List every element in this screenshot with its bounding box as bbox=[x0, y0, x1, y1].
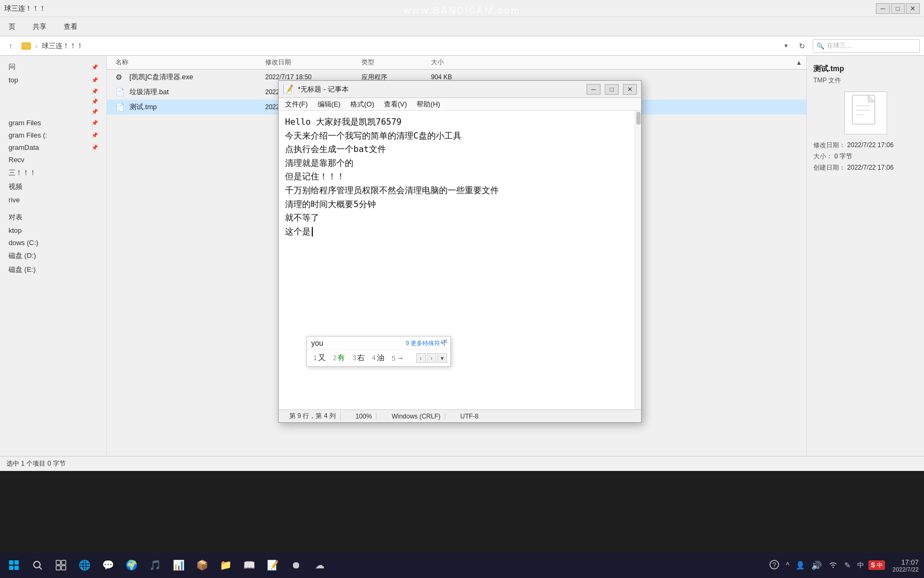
col-header-date[interactable]: 修改日期 bbox=[265, 58, 361, 67]
lang-icon: 中 bbox=[857, 561, 864, 569]
notepad-menu-view[interactable]: 查看(V) bbox=[380, 98, 411, 110]
notepad-maximize-btn[interactable]: □ bbox=[605, 84, 619, 95]
sidebar-item-recv[interactable]: Recv bbox=[0, 154, 106, 166]
sidebar-item-balls[interactable]: 三！！！ bbox=[0, 166, 106, 180]
notepad-title: *无标题 - 记事本 bbox=[298, 85, 582, 94]
ime-dropdown-btn[interactable]: ▼ bbox=[437, 353, 447, 363]
taskbar-app-notepad[interactable]: 📝 bbox=[261, 553, 284, 577]
ime-prev-btn[interactable]: ‹ bbox=[416, 353, 426, 363]
sidebar-item-gramdata[interactable]: gramData 📌 bbox=[0, 141, 106, 154]
refresh-btn[interactable]: ↻ bbox=[796, 40, 808, 52]
explorer-minimize-btn[interactable]: ─ bbox=[876, 3, 890, 14]
sidebar-item-table[interactable]: 对表 bbox=[0, 210, 106, 224]
ime-pen-icon: ✎ bbox=[844, 561, 851, 569]
tray-speaker-btn[interactable]: 🔊 bbox=[809, 559, 824, 572]
address-dropdown-btn[interactable]: ▼ bbox=[781, 41, 791, 51]
sidebar-item-e[interactable]: 磁盘 (E:) bbox=[0, 263, 106, 277]
sidebar-item-0[interactable]: 问 📌 bbox=[0, 60, 106, 74]
chrome-icon: 🌍 bbox=[126, 559, 137, 571]
ppt-icon: 📊 bbox=[173, 559, 184, 571]
taskbar-app-edge[interactable]: 🌐 bbox=[73, 553, 96, 577]
collapse-arrow[interactable]: ▲ bbox=[796, 56, 802, 70]
svg-point-8 bbox=[34, 561, 40, 568]
taskbar-app-chrome[interactable]: 🌍 bbox=[120, 553, 143, 577]
notepad-content[interactable]: Hello 大家好我是凯凯76579 今天来介绍一个我写的简单的清理C盘的小工具… bbox=[279, 111, 641, 409]
notepad-menu-file[interactable]: 文件(F) bbox=[281, 98, 312, 110]
notepad-close-btn[interactable]: ✕ bbox=[623, 84, 637, 95]
text-line-6: 清理的时间大概要5分钟 bbox=[285, 197, 628, 211]
ime-candidate-3[interactable]: 4油 bbox=[369, 352, 388, 364]
taskbar-app-ppt[interactable]: 📊 bbox=[167, 553, 190, 577]
taskbar-app-reader[interactable]: 📖 bbox=[237, 553, 261, 577]
ime-candidate-0[interactable]: 1又 bbox=[310, 352, 329, 364]
col-header-name[interactable]: 名称 bbox=[116, 58, 265, 67]
tray-ime-icon[interactable]: ✎ bbox=[842, 560, 853, 571]
search-taskbar-btn[interactable] bbox=[26, 553, 49, 577]
explorer-icon: 📁 bbox=[220, 559, 232, 571]
notepad-minimize-btn[interactable]: ─ bbox=[587, 84, 600, 95]
wifi-icon bbox=[828, 560, 838, 569]
col-header-type[interactable]: 类型 bbox=[361, 58, 431, 67]
taskbar-app-cloud[interactable]: ☁ bbox=[308, 553, 332, 577]
sidebar-item-gramfiles[interactable]: gram Files 📌 bbox=[0, 117, 106, 129]
sidebar-item-top[interactable]: top 📌 bbox=[0, 74, 106, 86]
ime-input-row: you 9 更多特殊符号 ✕ bbox=[307, 337, 450, 350]
start-btn[interactable] bbox=[2, 553, 26, 577]
explorer-titlebar: 球三连！！！ ─ □ ✕ bbox=[0, 0, 924, 17]
svg-text:?: ? bbox=[773, 561, 776, 569]
sidebar-item-2[interactable]: 📌 bbox=[0, 86, 106, 96]
sidebar-label-e: 磁盘 (E:) bbox=[9, 265, 36, 275]
ime-close-btn[interactable]: ✕ bbox=[443, 338, 448, 345]
wechat-icon: 💬 bbox=[102, 559, 114, 571]
col-header-size[interactable]: 大小 bbox=[431, 58, 484, 67]
sidebar-item-c[interactable]: dows (C:) bbox=[0, 237, 106, 249]
ime-candidate-text-2: 右 bbox=[357, 353, 365, 362]
notepad-menu-edit[interactable]: 编辑(E) bbox=[313, 98, 345, 110]
taskbar-app-box[interactable]: 📦 bbox=[190, 553, 214, 577]
sidebar-item-ktop[interactable]: ktop bbox=[0, 224, 106, 237]
sidebar-item-drive[interactable]: rive bbox=[0, 194, 106, 206]
notepad-menu-help[interactable]: 帮助(H) bbox=[412, 98, 444, 110]
search-box[interactable]: 🔍 在球三... bbox=[813, 39, 920, 53]
ime-candidate-4[interactable]: 5→ bbox=[389, 353, 407, 363]
explorer-maximize-btn[interactable]: □ bbox=[891, 3, 905, 14]
ime-candidate-2[interactable]: 3右 bbox=[349, 352, 368, 364]
tray-user-icon[interactable]: 👤 bbox=[794, 560, 807, 571]
navigate-up-btn[interactable]: ↑ bbox=[4, 40, 17, 52]
sidebar-item-gramfiles2[interactable]: gram Files (: 📌 bbox=[0, 129, 106, 141]
taskbar-app-wechat[interactable]: 💬 bbox=[96, 553, 120, 577]
taskbar-app-explorer[interactable]: 📁 bbox=[214, 553, 237, 577]
ime-candidate-num-0: 1 bbox=[313, 354, 317, 362]
ime-more-label[interactable]: 9 更多特殊符号 bbox=[406, 339, 446, 347]
tray-sougou-btn[interactable]: S 中 bbox=[868, 560, 885, 570]
scroll-thumb[interactable] bbox=[636, 112, 641, 125]
sidebar-item-3[interactable]: 📌 bbox=[0, 96, 106, 107]
ime-next-btn[interactable]: › bbox=[427, 353, 436, 363]
sidebar-item-5[interactable] bbox=[0, 206, 106, 210]
ribbon-item-page[interactable]: 页 bbox=[5, 20, 19, 34]
tray-wifi-btn[interactable] bbox=[826, 559, 840, 572]
scrollbar-vertical[interactable] bbox=[635, 111, 641, 409]
ribbon-item-view[interactable]: 查看 bbox=[60, 20, 81, 34]
ribbon-item-share[interactable]: 共享 bbox=[29, 20, 50, 34]
tray-lang-btn[interactable]: 中 bbox=[855, 559, 866, 571]
explorer-close-btn[interactable]: ✕ bbox=[906, 3, 920, 14]
sidebar-item-d[interactable]: 磁盘 (D:) bbox=[0, 249, 106, 263]
file-name-2: 📄 测试.tmp bbox=[116, 102, 265, 112]
tray-chevron-btn[interactable]: ^ bbox=[784, 560, 792, 571]
sidebar-item-4[interactable]: 📌 bbox=[0, 107, 106, 117]
detail-filename: 测试.tmp bbox=[813, 64, 918, 74]
taskbar-clock[interactable]: 17:07 2022/7/22 bbox=[889, 558, 922, 573]
tray-help-btn[interactable]: ? bbox=[767, 558, 782, 573]
taskbar-app-music[interactable]: 🎵 bbox=[143, 553, 167, 577]
ime-candidate-1[interactable]: 2有 bbox=[330, 352, 349, 364]
notepad-menu-format[interactable]: 格式(O) bbox=[346, 98, 379, 110]
svg-rect-13 bbox=[61, 566, 66, 570]
taskview-btn[interactable] bbox=[49, 553, 73, 577]
detail-size-value: 0 字节 bbox=[834, 153, 852, 160]
text-line-2: 点执行会生成一个bat文件 bbox=[285, 142, 628, 156]
taskbar-app-record[interactable]: ⏺ bbox=[284, 553, 308, 577]
sidebar-item-video[interactable]: 视频 bbox=[0, 180, 106, 194]
pin-icon-gramfiles: 📌 bbox=[91, 120, 98, 126]
ime-popup[interactable]: you 9 更多特殊符号 ✕ 1又 2有 3右 4油 5→ bbox=[306, 336, 451, 367]
